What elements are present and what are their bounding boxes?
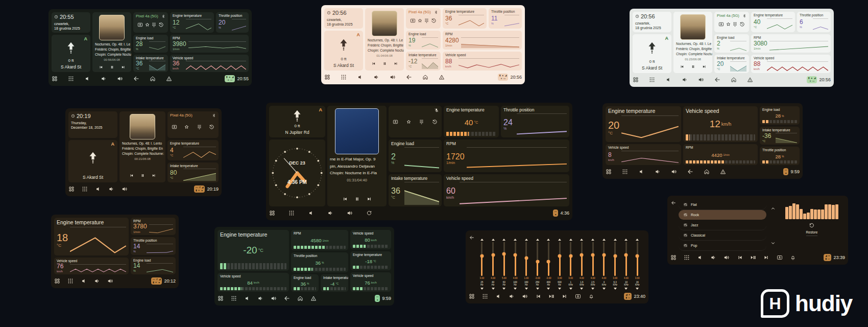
band-increase-button[interactable]	[536, 239, 539, 241]
genre-item-flat[interactable]: Flat	[679, 200, 766, 210]
volume-high-button[interactable]	[107, 278, 113, 284]
bell-button[interactable]	[588, 293, 594, 299]
volume-low-button[interactable]	[710, 254, 716, 261]
pause-button[interactable]	[140, 171, 145, 180]
status-badge[interactable]: ▮▲◢∗▭	[225, 75, 235, 82]
status-badge[interactable]: ▭▲	[375, 295, 380, 302]
volume-mute-button[interactable]	[84, 76, 90, 82]
contact-card-button[interactable]	[393, 118, 398, 127]
volume-low-button[interactable]	[327, 210, 333, 216]
band-slider-knob[interactable]	[480, 254, 484, 258]
band-decrease-button[interactable]	[624, 288, 628, 290]
apps-grid-button[interactable]	[82, 186, 88, 192]
band-slider[interactable]	[570, 242, 571, 276]
bell-button[interactable]	[790, 254, 796, 261]
band-slider[interactable]	[559, 242, 561, 276]
skip-prev-button[interactable]	[737, 254, 743, 261]
volume-low-button[interactable]	[509, 293, 515, 299]
apps-grid-button[interactable]	[68, 76, 74, 82]
skip-prev-button[interactable]	[99, 62, 103, 72]
back-button[interactable]	[469, 233, 474, 238]
dashboard-grid-button[interactable]	[324, 74, 330, 80]
band-slider[interactable]	[525, 242, 527, 276]
scroll-down-button[interactable]	[770, 239, 776, 244]
band-slider-knob[interactable]	[613, 254, 617, 258]
scroll-up-button[interactable]	[770, 204, 776, 209]
genre-item-classical[interactable]: Classical	[679, 230, 766, 241]
band-slider[interactable]	[603, 242, 605, 276]
band-slider[interactable]	[614, 242, 616, 276]
volume-mute-button[interactable]	[95, 186, 101, 192]
pause-button[interactable]	[691, 62, 695, 71]
volume-low-button[interactable]	[101, 76, 107, 82]
contact-card-button[interactable]	[718, 20, 724, 29]
volume-mute-button[interactable]	[357, 74, 363, 80]
volume-low-button[interactable]	[94, 278, 100, 284]
volume-low-button[interactable]	[257, 295, 263, 301]
contact-card-button[interactable]	[777, 254, 783, 261]
skip-prev-button[interactable]	[129, 171, 134, 180]
skip-next-button[interactable]	[562, 293, 568, 299]
volume-high-button[interactable]	[390, 74, 396, 80]
volume-low-button[interactable]	[373, 74, 379, 80]
skip-next-button[interactable]	[702, 62, 707, 71]
home-button[interactable]	[731, 77, 737, 83]
volume-low-button[interactable]	[682, 77, 688, 83]
volume-mute-button[interactable]	[244, 295, 250, 301]
apps-grid-button[interactable]	[288, 210, 295, 216]
band-slider-knob[interactable]	[547, 260, 550, 264]
status-badge[interactable]: ▮▲◢∗▭	[807, 76, 817, 83]
back-arrow-button[interactable]	[687, 169, 693, 175]
dashboard-grid-button[interactable]	[269, 210, 275, 216]
band-increase-button[interactable]	[602, 239, 606, 241]
star-button[interactable]	[726, 20, 731, 29]
contact-card-button[interactable]	[575, 293, 581, 299]
history-button[interactable]	[739, 20, 745, 29]
star-button[interactable]	[417, 16, 423, 26]
apps-grid-button[interactable]	[684, 254, 690, 261]
star-button[interactable]	[184, 123, 189, 132]
status-badge[interactable]: ▮▲◢∗▭	[498, 74, 508, 81]
band-increase-button[interactable]	[525, 239, 528, 241]
band-slider[interactable]	[625, 242, 627, 276]
band-slider-knob[interactable]	[602, 253, 606, 256]
band-slider-knob[interactable]	[580, 253, 584, 256]
volume-mute-button[interactable]	[81, 278, 87, 284]
back-arrow-button[interactable]	[284, 295, 290, 301]
play-pause-button[interactable]	[548, 293, 554, 299]
status-badge[interactable]: ◢∗▮▭	[624, 293, 632, 300]
skip-next-button[interactable]	[763, 254, 769, 261]
home-button[interactable]	[150, 76, 156, 82]
dialpad-button[interactable]	[732, 20, 738, 29]
band-decrease-button[interactable]	[614, 288, 617, 290]
band-slider-knob[interactable]	[514, 253, 517, 256]
contact-card-button[interactable]	[137, 20, 143, 30]
home-button[interactable]	[422, 74, 428, 80]
band-increase-button[interactable]	[514, 239, 517, 241]
status-badge[interactable]: ▭▲	[553, 209, 558, 217]
dashboard-grid-button[interactable]	[469, 293, 475, 299]
band-slider[interactable]	[492, 242, 494, 276]
band-increase-button[interactable]	[480, 239, 484, 241]
dashboard-grid-button[interactable]	[68, 186, 75, 192]
warning-button[interactable]	[439, 74, 445, 80]
band-increase-button[interactable]	[614, 239, 617, 241]
skip-prev-button[interactable]	[371, 59, 376, 68]
band-slider-knob[interactable]	[558, 254, 562, 258]
star-button[interactable]	[144, 20, 150, 30]
warning-button[interactable]	[720, 169, 726, 175]
band-increase-button[interactable]	[636, 239, 639, 241]
band-increase-button[interactable]	[624, 239, 628, 241]
dashboard-grid-button[interactable]	[633, 77, 639, 83]
band-increase-button[interactable]	[569, 239, 572, 241]
band-slider[interactable]	[592, 242, 594, 276]
skip-prev-button[interactable]	[535, 293, 541, 299]
band-increase-button[interactable]	[591, 239, 594, 241]
band-slider-knob[interactable]	[624, 253, 628, 256]
history-button[interactable]	[158, 20, 164, 30]
band-decrease-button[interactable]	[525, 288, 528, 290]
genre-item-jazz[interactable]: Jazz	[679, 220, 766, 230]
volume-high-button[interactable]	[671, 169, 677, 175]
volume-mute-button[interactable]	[308, 210, 314, 216]
band-decrease-button[interactable]	[547, 288, 550, 290]
